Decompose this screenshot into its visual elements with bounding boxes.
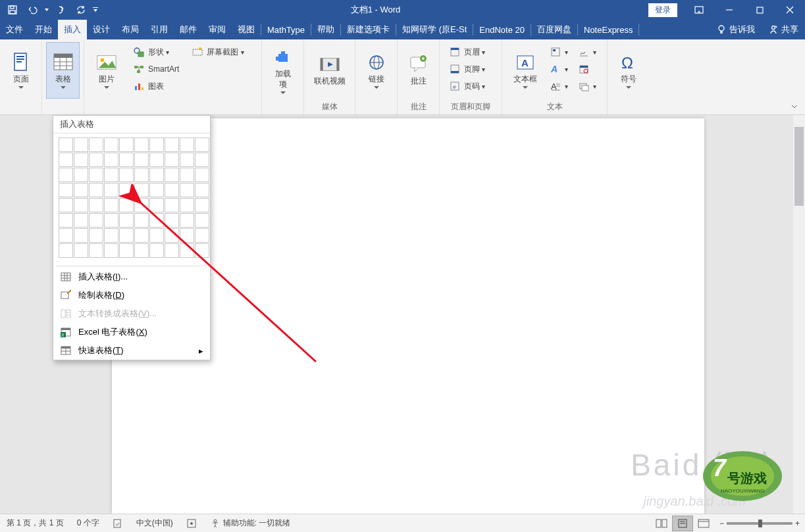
zoom-out-button[interactable]: − [719, 519, 724, 528]
table-button[interactable]: 表格 [46, 42, 80, 99]
pictures-button[interactable]: 图片 [88, 42, 125, 99]
web-layout-button[interactable] [693, 516, 714, 531]
grid-cell[interactable] [74, 213, 88, 228]
grid-cell[interactable] [165, 183, 179, 197]
grid-cell[interactable] [165, 198, 179, 212]
table-size-grid[interactable] [59, 137, 205, 258]
grid-cell[interactable] [119, 243, 134, 258]
customize-qat-button[interactable] [92, 1, 99, 18]
grid-cell[interactable] [134, 137, 149, 152]
share-button[interactable]: 共享 [762, 20, 805, 39]
grid-cell[interactable] [119, 137, 134, 152]
grid-cell[interactable] [195, 168, 209, 182]
scroll-thumb[interactable] [794, 127, 804, 206]
grid-cell[interactable] [119, 213, 134, 228]
grid-cell[interactable] [89, 137, 103, 152]
grid-cell[interactable] [195, 243, 209, 258]
zoom-in-button[interactable]: + [795, 519, 800, 528]
accessibility-button[interactable]: 辅助功能: 一切就绪 [203, 514, 298, 533]
object-button[interactable]: ▾ [574, 78, 600, 95]
chart-button[interactable]: 图表 [129, 78, 182, 95]
grid-cell[interactable] [74, 168, 88, 182]
read-mode-button[interactable] [651, 516, 672, 531]
signature-button[interactable]: ▾ [574, 43, 600, 60]
sync-button[interactable] [72, 1, 90, 18]
grid-cell[interactable] [104, 228, 118, 243]
shapes-button[interactable]: 形状 ▾ [129, 43, 182, 60]
quick-parts-button[interactable]: ▾ [546, 43, 571, 60]
word-count[interactable]: 0 个字 [70, 514, 106, 533]
grid-cell[interactable] [74, 137, 88, 152]
grid-cell[interactable] [195, 183, 209, 197]
grid-cell[interactable] [104, 168, 118, 182]
screenshot-button[interactable]: 屏幕截图 ▾ [188, 43, 247, 60]
tab-insert[interactable]: 插入 [58, 20, 87, 39]
grid-cell[interactable] [149, 228, 164, 243]
grid-cell[interactable] [104, 153, 118, 167]
vertical-scrollbar[interactable] [793, 115, 805, 514]
grid-cell[interactable] [59, 137, 73, 152]
tab-home[interactable]: 开始 [29, 20, 58, 39]
tab-endnote[interactable]: EndNote 20 [473, 20, 531, 39]
addins-button[interactable]: 加载 项 [266, 42, 299, 99]
grid-cell[interactable] [59, 168, 73, 182]
tab-mailings[interactable]: 邮件 [174, 20, 203, 39]
grid-cell[interactable] [149, 168, 164, 182]
grid-cell[interactable] [134, 243, 149, 258]
textbox-button[interactable]: A 文本框 [506, 42, 544, 99]
comment-button[interactable]: 批注 [402, 42, 435, 99]
symbols-button[interactable]: Ω 符号 [611, 42, 646, 99]
wordart-button[interactable]: A▾ [546, 60, 571, 78]
grid-cell[interactable] [165, 168, 179, 182]
grid-cell[interactable] [59, 243, 73, 258]
print-layout-button[interactable] [672, 516, 693, 531]
grid-cell[interactable] [195, 153, 209, 167]
grid-cell[interactable] [89, 213, 103, 228]
minimize-button[interactable] [714, 0, 744, 20]
grid-cell[interactable] [134, 228, 149, 243]
grid-cell[interactable] [119, 198, 134, 212]
collapse-ribbon-button[interactable] [787, 100, 802, 113]
maximize-button[interactable] [744, 0, 775, 20]
grid-cell[interactable] [134, 198, 149, 212]
grid-cell[interactable] [195, 198, 209, 212]
grid-cell[interactable] [104, 198, 118, 212]
grid-cell[interactable] [180, 198, 194, 212]
grid-cell[interactable] [59, 153, 73, 167]
tell-me-button[interactable]: 告诉我 [710, 20, 762, 39]
links-button[interactable]: 链接 [359, 42, 393, 99]
tab-file[interactable]: 文件 [0, 20, 29, 39]
grid-cell[interactable] [149, 213, 164, 228]
grid-cell[interactable] [59, 198, 73, 212]
grid-cell[interactable] [180, 228, 194, 243]
grid-cell[interactable] [74, 198, 88, 212]
quick-tables-menu-item[interactable]: 快速表格(T) ▸ [53, 341, 210, 360]
macro-button[interactable] [180, 514, 203, 533]
grid-cell[interactable] [89, 198, 103, 212]
tab-mathtype[interactable]: MathType [261, 20, 311, 39]
tab-baidu[interactable]: 百度网盘 [531, 20, 577, 39]
grid-cell[interactable] [74, 228, 88, 243]
smartart-button[interactable]: SmartArt [129, 60, 182, 78]
redo-button[interactable] [53, 1, 70, 18]
ribbon-options-button[interactable] [684, 0, 714, 20]
tab-custom[interactable]: 新建选项卡 [341, 20, 396, 39]
grid-cell[interactable] [134, 213, 149, 228]
grid-cell[interactable] [74, 243, 88, 258]
grid-cell[interactable] [165, 153, 179, 167]
grid-cell[interactable] [59, 213, 73, 228]
grid-cell[interactable] [119, 183, 134, 197]
grid-cell[interactable] [89, 243, 103, 258]
tab-references[interactable]: 引用 [145, 20, 174, 39]
page-number-button[interactable]: # 页码 ▾ [445, 78, 488, 95]
grid-cell[interactable] [180, 243, 194, 258]
grid-cell[interactable] [165, 228, 179, 243]
grid-cell[interactable] [104, 183, 118, 197]
tab-layout[interactable]: 布局 [116, 20, 145, 39]
zoom-slider[interactable] [727, 522, 792, 525]
header-button[interactable]: 页眉 ▾ [445, 43, 488, 60]
tab-help[interactable]: 帮助 [311, 20, 340, 39]
close-button[interactable] [775, 0, 805, 20]
grid-cell[interactable] [59, 228, 73, 243]
grid-cell[interactable] [180, 153, 194, 167]
